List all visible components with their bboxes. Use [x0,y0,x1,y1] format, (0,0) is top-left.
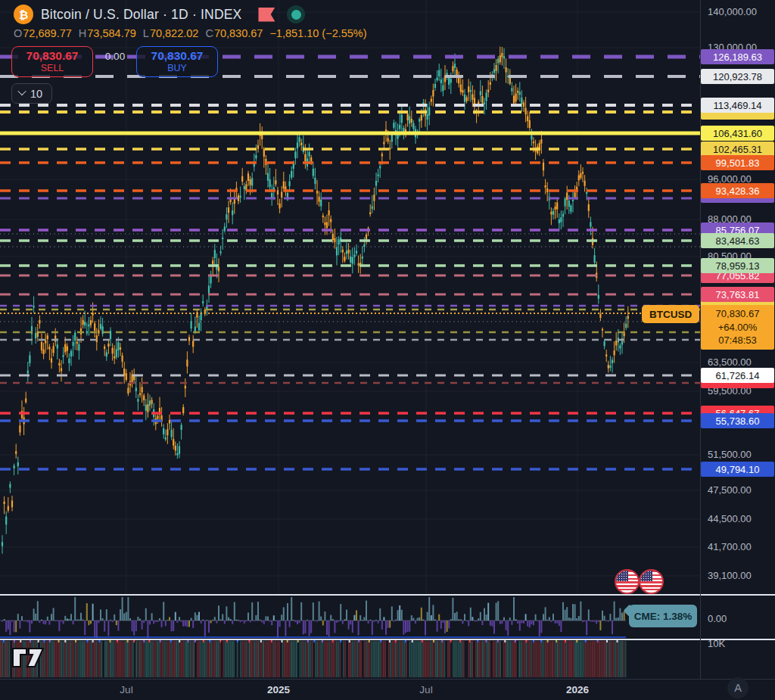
low-value: 70,822.02 [150,27,199,39]
price-level-badge: 93,428.36 [701,183,774,198]
cme-gap-text: CME: 1.38% [634,611,693,622]
us-flag-icon[interactable] [639,569,664,594]
price-level-badge: 102,465.31 [701,142,774,157]
bar-replay-pane[interactable] [0,640,700,678]
sell-price: 70,830.67 [26,49,79,63]
low-label: L [143,27,149,39]
axis-label: 10K [708,638,725,649]
high-value: 73,584.79 [87,27,136,39]
adjust-button[interactable]: A [727,677,749,698]
axis-label: 63,500.00 [708,356,752,368]
axis-label: 41,700.00 [708,541,752,552]
price-level-badge: 83,484.63 [701,233,774,248]
interval-value: 10 [30,88,42,100]
time-axis-label: Jul [120,684,132,695]
status-dot-icon[interactable] [287,5,305,23]
axis-label: 51,500.00 [708,449,752,460]
us-flag-icon[interactable] [615,569,640,594]
buy-label: BUY [167,63,187,73]
interval-selector[interactable]: 10 [11,83,52,104]
open-label: O [14,27,22,39]
time-axis-label: 2025 [267,684,290,695]
current-price-badge: 70,830.67+64.00%07:48:53 [701,305,774,350]
price-level-badge: 73,763.81 [701,287,774,302]
tradingview-logo-icon[interactable] [11,644,45,670]
price-level-badge: 126,189.63 [701,49,774,64]
symbol-tag-text: BTCUSD [649,309,692,320]
axis-label: 44,500.00 [708,513,752,524]
price-level-badge: 120,923.78 [701,69,774,84]
symbol-title[interactable]: Bitcoin / U.S. Dollar · 1D · INDEX [41,7,241,23]
volume-pane[interactable] [0,596,700,639]
time-axis-label: 2026 [566,684,589,695]
symbol-price-tag[interactable]: BTCUSD [642,305,699,323]
adjust-button-label: A [734,682,742,694]
price-level-badge: 55,738.60 [701,413,774,428]
time-axis[interactable]: Jul2025Jul2026 [0,679,775,700]
spread-value: 0.00 [95,51,135,62]
price-level-badge: 61,726.14 [701,368,774,383]
price-level-badge: 99,501.83 [701,155,774,170]
axis-label: 47,500.00 [708,484,752,496]
open-value: 72,689.77 [23,27,72,39]
buy-button[interactable]: 70,830.67 BUY [136,46,218,77]
price-axis[interactable]: 140,000.00130,000.0096,000.0088,000.0080… [701,0,775,700]
pane-separator[interactable] [0,594,775,596]
time-axis-label: Jul [419,684,432,695]
axis-label: 140,000.00 [708,6,757,17]
close-label: C [205,27,213,39]
buy-price: 70,830.67 [151,49,204,63]
sell-button[interactable]: 70,830.67 SELL [11,46,93,77]
high-label: H [79,27,86,39]
sell-label: SELL [41,63,64,73]
price-level-badge: 106,431.60 [701,126,774,141]
candlestick-series [2,47,629,554]
price-level-badge: 113,469.14 [701,98,774,113]
price-chart-pane[interactable] [0,0,700,595]
close-value: 70,830.67 [214,27,263,39]
chevron-down-icon [17,86,26,95]
change-value: −1,851.10 (−2.55%) [269,27,366,39]
pane-separator[interactable] [0,639,775,640]
price-level-badge: 78,959.13 [701,258,774,273]
flag-icon[interactable] [258,8,275,22]
axis-label: 0.00 [708,613,727,624]
bitcoin-logo-icon: ₿ [14,5,33,24]
price-level-badge: 49,794.10 [701,462,774,477]
axis-label: 39,100.00 [708,570,752,581]
trading-chart-window: 140,000.00130,000.0096,000.0088,000.0080… [0,0,775,700]
ohlc-legend: O72,689.77 H73,584.79 L70,822.02 C70,830… [14,27,367,39]
cme-gap-tooltip: CME: 1.38% [629,605,697,627]
